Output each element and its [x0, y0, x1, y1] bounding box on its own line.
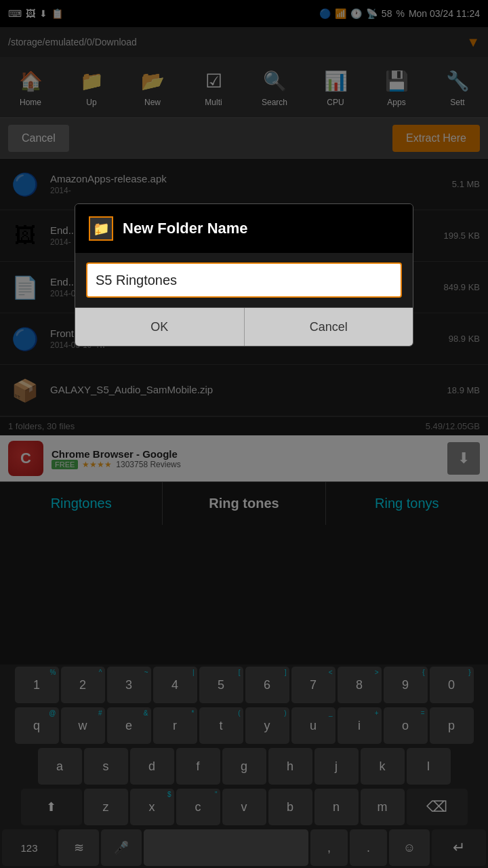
dialog-buttons: OK Cancel	[75, 307, 413, 346]
new-folder-dialog: 📁 + New Folder Name OK Cancel	[75, 203, 413, 347]
dialog-overlay: 📁 + New Folder Name OK Cancel	[0, 0, 488, 868]
dialog-cancel-button[interactable]: Cancel	[245, 308, 413, 346]
dialog-ok-button[interactable]: OK	[75, 308, 245, 346]
dialog-title-bar: 📁 + New Folder Name	[75, 204, 413, 253]
dialog-input-wrap	[75, 253, 413, 307]
dialog-title: New Folder Name	[123, 220, 248, 237]
new-folder-input[interactable]	[86, 262, 402, 298]
dialog-folder-icon: 📁 +	[89, 216, 113, 241]
